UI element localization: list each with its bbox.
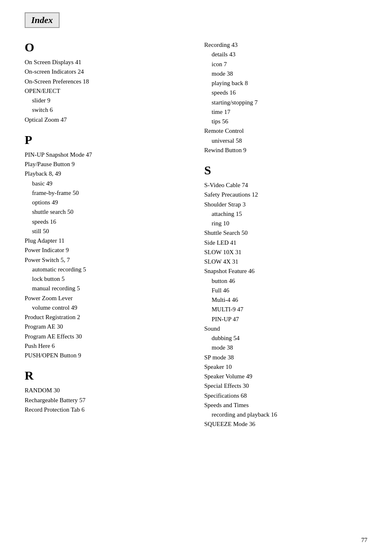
list-item: Remote Control (204, 126, 367, 136)
section-letter-p: P (25, 133, 188, 147)
list-item: Rechargeable Battery 57 (25, 396, 188, 405)
list-item: Optical Zoom 47 (25, 115, 188, 125)
list-item: ring 10 (204, 219, 367, 228)
list-item: PUSH/OPEN Button 9 (25, 351, 188, 360)
right-column: Recording 43details 43icon 7mode 38playi… (204, 40, 367, 429)
list-item: shuttle search 50 (25, 207, 188, 217)
list-item: automatic recording 5 (25, 265, 188, 274)
list-item: PIN-UP 47 (204, 315, 367, 324)
page-number: 77 (361, 537, 367, 544)
list-item: Power Indicator 9 (25, 246, 188, 255)
list-item: dubbing 54 (204, 334, 367, 343)
list-item: volume control 49 (25, 303, 188, 313)
list-item: Recording 43 (204, 40, 367, 50)
list-item: Shuttle Search 50 (204, 228, 367, 238)
list-item: Shoulder Strap 3 (204, 200, 367, 209)
index-header: Index (25, 12, 60, 28)
list-item: lock button 5 (25, 274, 188, 284)
list-item: frame-by-frame 50 (25, 188, 188, 198)
index-columns: OOn Screen Displays 41On-screen Indicato… (25, 40, 367, 429)
list-item: Plug Adapter 11 (25, 236, 188, 246)
list-item: On-Screen Preferences 18 (25, 77, 188, 86)
list-item: Rewind Button 9 (204, 146, 367, 155)
left-column: OOn Screen Displays 41On-screen Indicato… (25, 40, 188, 429)
list-item: universal 58 (204, 136, 367, 146)
list-item: Sound (204, 324, 367, 334)
list-item: icon 7 (204, 60, 367, 69)
list-item: Power Zoom Lever (25, 294, 188, 303)
list-item: SQUEEZE Mode 36 (204, 419, 367, 429)
list-item: playing back 8 (204, 79, 367, 88)
list-item: attaching 15 (204, 209, 367, 219)
list-item: details 43 (204, 50, 367, 59)
section-letter-r: R (25, 368, 188, 382)
list-item: On-screen Indicators 24 (25, 67, 188, 76)
list-item: mode 38 (204, 343, 367, 352)
list-item: SLOW 10X 31 (204, 248, 367, 257)
list-item: switch 6 (25, 105, 188, 115)
list-item: Full 46 (204, 286, 367, 295)
list-item: basic 49 (25, 179, 188, 188)
list-item: Push Here 6 (25, 341, 188, 351)
section-letter-o: O (25, 40, 188, 54)
list-item: recording and playback 16 (204, 410, 367, 419)
page-title: Index (31, 15, 53, 25)
list-item: On Screen Displays 41 (25, 58, 188, 67)
list-item: Product Registration 2 (25, 313, 188, 322)
list-item: Speaker Volume 49 (204, 372, 367, 381)
list-item: Play/Pause Button 9 (25, 160, 188, 169)
list-item: Speeds and Times (204, 401, 367, 410)
list-item: Program AE 30 (25, 322, 188, 331)
list-item: SLOW 4X 31 (204, 257, 367, 266)
page: Index OOn Screen Displays 41On-screen In… (0, 0, 392, 556)
list-item: button 46 (204, 276, 367, 286)
section-letter-s: S (204, 163, 367, 177)
list-item: PIN-UP Snapshot Mode 47 (25, 150, 188, 160)
list-item: Speaker 10 (204, 362, 367, 372)
list-item: Program AE Effects 30 (25, 332, 188, 341)
list-item: Power Switch 5, 7 (25, 255, 188, 265)
list-item: SP mode 38 (204, 353, 367, 362)
list-item: RANDOM 30 (25, 386, 188, 395)
list-item: Multi-4 46 (204, 295, 367, 305)
list-item: Specifications 68 (204, 391, 367, 401)
list-item: Playback 8, 49 (25, 169, 188, 178)
list-item: tips 56 (204, 117, 367, 126)
list-item: Record Protection Tab 6 (25, 405, 188, 415)
list-item: speeds 16 (25, 217, 188, 227)
list-item: speeds 16 (204, 88, 367, 97)
list-item: options 49 (25, 198, 188, 207)
list-item: Snapshot Feature 46 (204, 266, 367, 276)
list-item: MULTI-9 47 (204, 305, 367, 314)
list-item: S-Video Cable 74 (204, 181, 367, 190)
list-item: mode 38 (204, 69, 367, 79)
list-item: slider 9 (25, 96, 188, 105)
list-item: time 17 (204, 107, 367, 117)
list-item: Safety Precautions 12 (204, 190, 367, 199)
list-item: manual recording 5 (25, 284, 188, 293)
list-item: Side LED 41 (204, 238, 367, 248)
list-item: still 50 (25, 227, 188, 236)
list-item: OPEN/EJECT (25, 86, 188, 96)
list-item: starting/stopping 7 (204, 98, 367, 107)
list-item: Special Effects 30 (204, 381, 367, 391)
